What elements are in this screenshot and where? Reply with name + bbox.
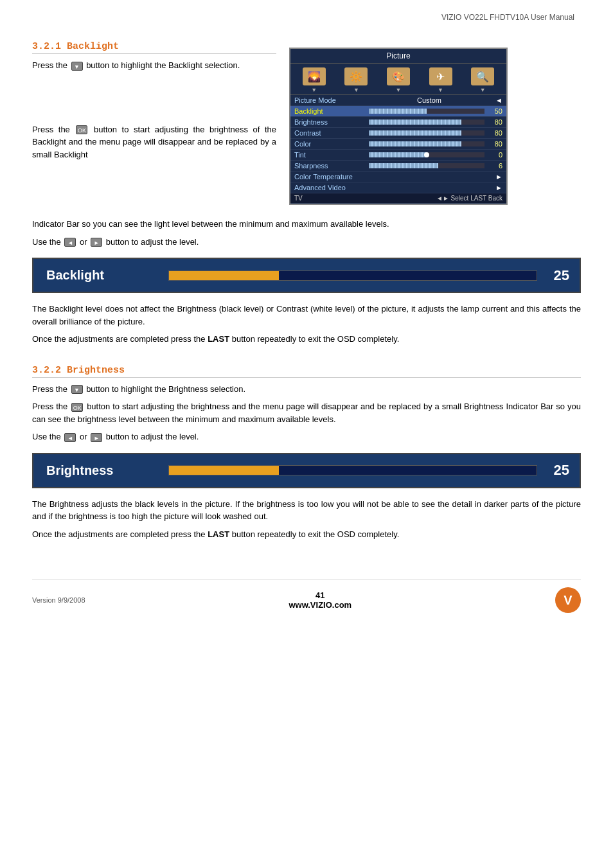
brightness-desc2: Once the adjustments are completed press… (32, 528, 581, 541)
icon-down-4: ▼ (438, 87, 443, 93)
osd-icon-picture: 🌄 ▼ (298, 67, 330, 93)
brightness-desc1: The Brightness adjusts the black levels … (32, 498, 581, 523)
brightness-bar-area (162, 454, 544, 487)
backlight-indicator-value: 25 (544, 259, 580, 292)
sharpness-bar (369, 163, 484, 168)
icon-down-2: ▼ (353, 87, 359, 93)
osd-row-picturemode: Picture Mode Custom ◄ (290, 95, 506, 106)
color-bar-fill (369, 141, 461, 146)
footer-version: Version 9/9/2008 (32, 596, 85, 604)
sharpness-label: Sharpness (294, 162, 365, 170)
osd-row-brightness: Brightness 80 (290, 117, 506, 128)
left-icon-2: ◄ (64, 433, 76, 442)
ok-icon-2: OK (71, 403, 83, 412)
brightness-label: Brightness (294, 118, 365, 126)
backlight-indicator-text: Indicator Bar so you can see the light l… (32, 218, 581, 231)
osd-row-tint: Tint 0 (290, 150, 506, 161)
sharpness-bar-fill (369, 163, 438, 168)
brightness-indicator-label: Brightness (33, 454, 162, 487)
backlight-label: Backlight (294, 107, 365, 115)
backlight-para2: Press the OK button to start adjusting t… (32, 123, 276, 161)
contrast-val: 80 (488, 129, 502, 137)
picturemode-value: Custom (365, 96, 493, 104)
backlight-bar-track (168, 270, 537, 281)
backlight-val: 50 (488, 107, 502, 115)
left-icon-1: ◄ (64, 238, 76, 247)
backlight-use-text: Use the ◄ or ► button to adjust the leve… (32, 236, 581, 249)
manual-title: VIZIO VO22L FHDTV10A User Manual (441, 13, 574, 22)
brightness-val: 80 (488, 118, 502, 126)
brightness-indicator-value: 25 (544, 454, 580, 487)
brightness-last-bold: LAST (208, 529, 229, 539)
osd-icons-row: 🌄 ▼ 🔆 ▼ 🎨 ▼ ✈ ▼ 🔍 ▼ (290, 64, 506, 95)
icon-down-1: ▼ (311, 87, 317, 93)
picture-icon: 🌄 (303, 67, 326, 85)
color-icon: 🎨 (387, 67, 410, 85)
tint-label: Tint (294, 151, 365, 159)
ok-icon-1: OK (76, 125, 87, 134)
brightness-para2: Press the OK button to start adjusting t… (32, 400, 581, 425)
backlight-indicator-label: Backlight (33, 259, 162, 292)
osd-icon-audio: ✈ ▼ (425, 67, 457, 93)
right-column: Picture 🌄 ▼ 🔆 ▼ 🎨 ▼ ✈ ▼ (289, 41, 581, 205)
color-val: 80 (488, 140, 502, 148)
color-label: Color (294, 140, 365, 148)
osd-row-colortemp: Color Temperature ► (290, 172, 506, 182)
picturemode-label: Picture Mode (294, 96, 365, 104)
right-icon-2: ► (91, 433, 102, 442)
osd-row-tv: TV ◄► Select LAST Back (290, 193, 506, 204)
picturemode-arrow: ◄ (493, 96, 502, 104)
backlight-bar-area (162, 259, 544, 292)
brightness-icon: 🔆 (344, 67, 368, 85)
brightness-indicator-fill (169, 466, 279, 475)
backlight-indicator-bar: Backlight 25 (32, 258, 581, 293)
osd-title: Picture (290, 49, 506, 64)
osd-icon-setup: 🔍 ▼ (466, 67, 499, 93)
osd-row-sharpness: Sharpness 6 (290, 161, 506, 172)
brightness-bar-fill (369, 120, 461, 125)
page-footer: Version 9/9/2008 41 www.VIZIO.com V (32, 579, 581, 613)
backlight-para1: Press the ▼ button to highlight the Back… (32, 59, 276, 72)
osd-row-color: Color 80 (290, 139, 506, 150)
tint-val: 0 (488, 151, 502, 159)
backlight-last-bold: LAST (208, 334, 229, 344)
brightness-heading: 3.2.2 Brightness (32, 365, 581, 378)
osd-row-contrast: Contrast 80 (290, 128, 506, 139)
icon-down-3: ▼ (396, 87, 402, 93)
page-header: VIZIO VO22L FHDTV10A User Manual (32, 13, 581, 22)
nav-icon-1: ▼ (71, 62, 83, 71)
osd-icon-color: 🎨 ▼ (382, 67, 414, 93)
backlight-indicator-fill (169, 271, 279, 280)
tv-label: TV (294, 195, 365, 202)
osd-rows: Picture Mode Custom ◄ Backlight 50 Brigh… (290, 95, 506, 204)
left-column: 3.2.1 Backlight Press the ▼ button to hi… (32, 41, 276, 205)
colortemp-arrow: ► (493, 173, 502, 181)
right-icon-1: ► (91, 238, 102, 247)
contrast-label: Contrast (294, 129, 365, 137)
vizio-logo: V (555, 587, 581, 613)
osd-footer-text: ◄► Select LAST Back (436, 195, 502, 202)
osd-menu: Picture 🌄 ▼ 🔆 ▼ 🎨 ▼ ✈ ▼ (289, 48, 508, 205)
backlight-desc2: Once the adjustments are completed press… (32, 333, 581, 346)
osd-row-advvideo: Advanced Video ► (290, 182, 506, 193)
backlight-desc1: The Backlight level does not affect the … (32, 303, 581, 328)
icon-down-5: ▼ (480, 87, 486, 93)
top-section: 3.2.1 Backlight Press the ▼ button to hi… (32, 41, 581, 205)
backlight-heading: 3.2.1 Backlight (32, 41, 276, 54)
brightness-bar-track (168, 465, 537, 475)
contrast-bar (369, 130, 484, 136)
advvideo-arrow: ► (493, 184, 502, 191)
osd-row-backlight: Backlight 50 (290, 106, 506, 117)
osd-icon-brightness: 🔆 ▼ (340, 67, 372, 93)
tint-dot (424, 152, 429, 157)
brightness-use-text: Use the ◄ or ► button to adjust the leve… (32, 430, 581, 443)
tint-bar (369, 152, 484, 157)
contrast-bar-fill (369, 130, 461, 136)
footer-center: 41 www.VIZIO.com (289, 590, 351, 610)
color-bar (369, 141, 484, 146)
brightness-bar (369, 120, 484, 125)
sharpness-val: 6 (488, 162, 502, 170)
brightness-indicator-bar: Brightness 25 (32, 453, 581, 488)
advvideo-label: Advanced Video (294, 184, 365, 191)
page-number: 41 (289, 590, 351, 600)
